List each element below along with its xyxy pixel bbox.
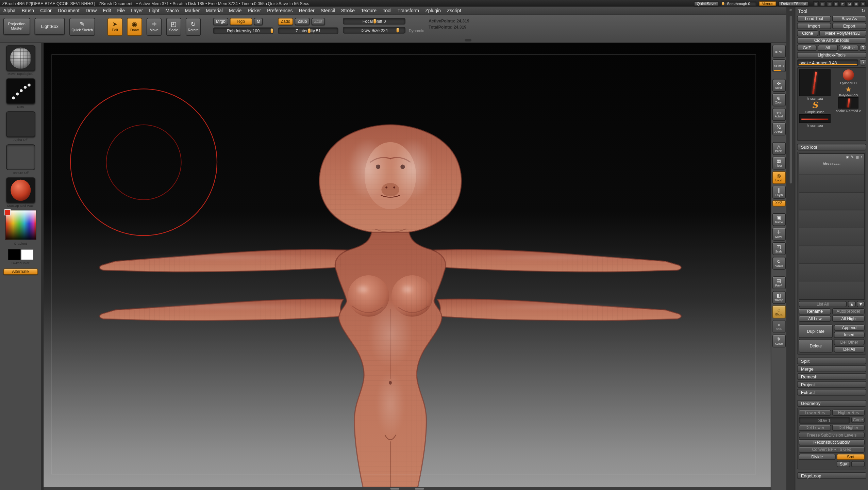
- palette-icon[interactable]: ◩: [840, 1, 846, 6]
- tray-scrollbar[interactable]: «: [786, 7, 795, 490]
- restore-config-icon[interactable]: ↻: [862, 9, 865, 14]
- palette-icon[interactable]: ◫: [827, 1, 832, 6]
- solo-button[interactable]: ● Solo: [772, 320, 785, 333]
- goz-visible-button[interactable]: Visible: [839, 45, 858, 51]
- load-tool-button[interactable]: Load Tool: [797, 16, 831, 22]
- menu-layer[interactable]: Layer: [131, 8, 143, 13]
- quicksave-button[interactable]: QuickSave: [694, 1, 718, 6]
- polypaint-grid-icon[interactable]: ▦: [855, 155, 859, 159]
- save-as-button[interactable]: Save As: [832, 16, 866, 22]
- canvas-resize-handle[interactable]: [415, 488, 424, 490]
- goz-button[interactable]: GoZ: [797, 45, 817, 51]
- subtool-empty-slot[interactable]: [799, 264, 864, 281]
- collapse-tray-icon[interactable]: «: [789, 8, 792, 12]
- actual-button[interactable]: 1:1 Actual: [772, 108, 785, 121]
- move-mode-button[interactable]: ✛ Move: [147, 18, 162, 36]
- draw-size-slider[interactable]: Draw Size 224: [343, 27, 405, 34]
- del-lower-button[interactable]: Del Lower: [799, 425, 831, 431]
- menu-alpha[interactable]: Alpha: [3, 8, 16, 13]
- extract-section-header[interactable]: Extract: [797, 389, 866, 396]
- subtool-empty-slot[interactable]: [799, 211, 864, 228]
- material-thumbnail[interactable]: [6, 177, 35, 203]
- menu-transform[interactable]: Transform: [398, 8, 419, 13]
- palette-icon[interactable]: ◪: [847, 1, 852, 6]
- xpose-button[interactable]: ※ Xpose: [772, 334, 785, 347]
- main-color-swatch[interactable]: [7, 249, 20, 260]
- mrgb-button[interactable]: Mrgb: [213, 18, 228, 25]
- smt-button[interactable]: Smt: [837, 454, 865, 460]
- menu-brush[interactable]: Brush: [22, 8, 34, 13]
- alternate-button[interactable]: Alternate: [3, 269, 38, 275]
- import-button[interactable]: Import: [797, 23, 831, 29]
- subtool-empty-slot[interactable]: [799, 246, 864, 264]
- all-high-button[interactable]: All High: [832, 315, 865, 322]
- menu-material[interactable]: Material: [206, 8, 223, 13]
- zadd-button[interactable]: Zadd: [278, 18, 293, 25]
- autoreorder-button[interactable]: AutoReorder: [832, 308, 865, 314]
- subtool-up-button[interactable]: ▲: [848, 301, 856, 307]
- menu-picker[interactable]: Picker: [248, 8, 261, 13]
- default-zscript-button[interactable]: DefaultZScript: [778, 1, 808, 6]
- clone-all-subtools-button[interactable]: Clone All SubTools: [797, 37, 866, 44]
- transparency-button[interactable]: ◧ Transp: [772, 291, 785, 304]
- polyframe-button[interactable]: ▤ PolyF: [772, 276, 785, 289]
- reconstruct-subdiv-button[interactable]: Reconstruct Subdiv: [799, 439, 865, 445]
- menu-edit[interactable]: Edit: [103, 8, 111, 13]
- menu-color[interactable]: Color: [40, 8, 51, 13]
- palette-icon[interactable]: ▥: [820, 1, 825, 6]
- project-section-header[interactable]: Project: [797, 381, 866, 388]
- current-tool-r-button[interactable]: R: [859, 59, 866, 65]
- simplebrush-icon[interactable]: S: [812, 101, 818, 110]
- sdiv-slider[interactable]: SDiv 1: [799, 417, 850, 424]
- spix-slider[interactable]: SPix 3: [772, 59, 785, 72]
- menu-file[interactable]: File: [117, 8, 125, 13]
- xyz-button[interactable]: XYZ: [772, 200, 785, 207]
- zcut-button[interactable]: Zcut: [312, 18, 325, 25]
- menu-light[interactable]: Light: [149, 8, 159, 13]
- focal-shift-slider[interactable]: Focal Shift 0: [343, 18, 405, 25]
- lightbox-button[interactable]: LightBox: [35, 18, 65, 35]
- menu-draw[interactable]: Draw: [86, 8, 97, 13]
- bpr-button[interactable]: BPR: [772, 45, 785, 58]
- list-all-button[interactable]: List All: [799, 301, 847, 307]
- local-button[interactable]: ◎ Local: [772, 171, 785, 184]
- edgeloop-section-header[interactable]: EdgeLoop: [797, 472, 866, 479]
- rgb-intensity-slider[interactable]: Rgb Intensity 100: [213, 28, 273, 34]
- current-tool-slider[interactable]: snake 4 armed 3.48: [797, 59, 858, 66]
- goz-all-button[interactable]: All: [818, 45, 838, 51]
- palette-icon[interactable]: ▤: [813, 1, 819, 6]
- lower-res-button[interactable]: Lower Res: [799, 410, 831, 416]
- menu-stencil[interactable]: Stencil: [321, 8, 335, 13]
- menu-document[interactable]: Document: [58, 8, 80, 13]
- color-picker[interactable]: [5, 210, 36, 240]
- switch-color[interactable]: [7, 249, 33, 260]
- edit-mode-button[interactable]: ➤ Edit: [107, 18, 122, 36]
- convert-bpr-button[interactable]: Convert BPR To Geo: [799, 446, 865, 453]
- move-view-button[interactable]: ✛ Move: [772, 228, 785, 241]
- higher-res-button[interactable]: Higher Res: [832, 410, 865, 416]
- shelf-divider-grip[interactable]: [465, 39, 471, 42]
- suv-button[interactable]: Suv: [837, 461, 850, 467]
- remesh-section-header[interactable]: Remesh: [797, 373, 866, 380]
- zsub-button[interactable]: Zsub: [295, 18, 310, 25]
- m-button[interactable]: M: [254, 18, 263, 25]
- subtool-empty-slot[interactable]: [799, 282, 864, 299]
- palette-icon[interactable]: ▦: [833, 1, 839, 6]
- frame-button[interactable]: ▣ Frame: [772, 213, 785, 226]
- menu-preferences[interactable]: Preferences: [267, 8, 293, 13]
- menu-tool[interactable]: Tool: [383, 8, 391, 13]
- see-through-slider[interactable]: See-through 0: [721, 1, 756, 6]
- rotate-mode-button[interactable]: ↻ Rotate: [186, 18, 201, 36]
- menu-stroke[interactable]: Stroke: [341, 8, 355, 13]
- rotate-view-button[interactable]: ↻ Rotate: [772, 257, 785, 270]
- cylinder3d-thumbnail[interactable]: [843, 69, 854, 81]
- snake-tool-thumbnail[interactable]: [838, 97, 858, 109]
- subtool-down-button[interactable]: ▼: [857, 301, 865, 307]
- rename-button[interactable]: Rename: [799, 308, 831, 314]
- secondary-color-swatch[interactable]: [20, 249, 33, 260]
- close-icon[interactable]: ✕: [860, 1, 866, 6]
- clone-button[interactable]: Clone: [797, 30, 818, 36]
- polymesh3d-star-icon[interactable]: ★: [845, 85, 852, 93]
- all-low-button[interactable]: All Low: [799, 315, 831, 322]
- lightbox-tools-button[interactable]: Lightbox▸Tools: [797, 52, 866, 58]
